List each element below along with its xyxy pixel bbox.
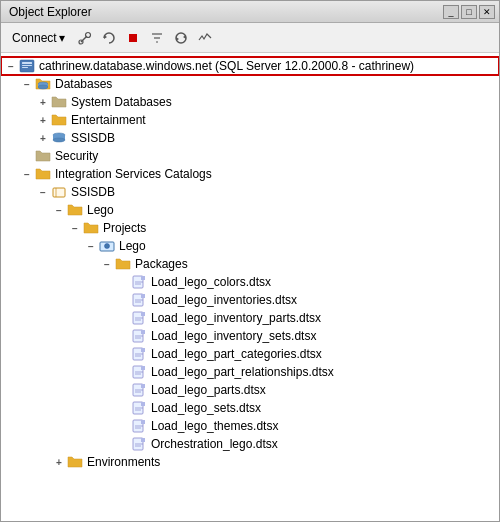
dtsx-node-pkg1[interactable]: Load_lego_colors.dtsx	[1, 273, 499, 291]
svg-marker-8	[183, 35, 186, 39]
dtsx-icon	[131, 328, 147, 344]
dtsx-node-pkg3[interactable]: Load_lego_inventory_parts.dtsx	[1, 309, 499, 327]
environments-expander[interactable]	[51, 454, 67, 470]
activity-button[interactable]	[194, 27, 216, 49]
dtsx-node-pkg9[interactable]: Load_lego_themes.dtsx	[1, 417, 499, 435]
svg-rect-41	[141, 330, 145, 334]
connect-dropdown-arrow: ▾	[59, 31, 65, 45]
dtsx-node-pkg2[interactable]: Load_lego_inventories.dtsx	[1, 291, 499, 309]
svg-marker-3	[104, 35, 107, 39]
ssisdb-db-expander[interactable]	[35, 130, 51, 146]
refresh-button[interactable]	[98, 27, 120, 49]
svg-marker-9	[176, 37, 179, 41]
dtsx-label: Load_lego_inventory_sets.dtsx	[149, 329, 316, 343]
window-controls: _ □ ✕	[443, 5, 495, 19]
integration-expander[interactable]	[19, 166, 35, 182]
disconnect-icon	[78, 31, 92, 45]
ssisdb-catalog-node[interactable]: SSISDB	[1, 183, 499, 201]
environments-label: Environments	[85, 455, 160, 469]
packages-label: Packages	[133, 257, 188, 271]
dtsx-items: Load_lego_colors.dtsx Load_lego_inventor…	[1, 273, 499, 453]
security-node[interactable]: Security	[1, 147, 499, 165]
close-button[interactable]: ✕	[479, 5, 495, 19]
integration-services-icon	[35, 166, 51, 182]
filter-icon	[150, 31, 164, 45]
dtsx-label: Load_lego_part_relationships.dtsx	[149, 365, 334, 379]
ssisdb-db-node[interactable]: SSISDB	[1, 129, 499, 147]
dtsx-node-pkg5[interactable]: Load_lego_part_categories.dtsx	[1, 345, 499, 363]
title-bar: Object Explorer _ □ ✕	[1, 1, 499, 23]
entertainment-label: Entertainment	[69, 113, 146, 127]
minimize-button[interactable]: _	[443, 5, 459, 19]
svg-point-16	[38, 85, 48, 89]
svg-rect-66	[141, 420, 145, 424]
projects-expander[interactable]	[67, 220, 83, 236]
svg-rect-20	[53, 188, 65, 197]
connect-button[interactable]: Connect ▾	[5, 27, 72, 49]
dtsx-node-pkg7[interactable]: Load_lego_parts.dtsx	[1, 381, 499, 399]
packages-icon	[115, 256, 131, 272]
svg-rect-61	[141, 402, 145, 406]
tree-container[interactable]: cathrinew.database.windows.net (SQL Serv…	[1, 53, 499, 521]
dtsx-icon	[131, 310, 147, 326]
stop-icon	[126, 31, 140, 45]
databases-expander[interactable]	[19, 76, 35, 92]
system-databases-expander[interactable]	[35, 94, 51, 110]
packages-node[interactable]: Packages	[1, 255, 499, 273]
server-node[interactable]: cathrinew.database.windows.net (SQL Serv…	[1, 57, 499, 75]
entertainment-node[interactable]: Entertainment	[1, 111, 499, 129]
entertainment-expander[interactable]	[35, 112, 51, 128]
svg-rect-71	[141, 438, 145, 442]
sync-icon	[174, 31, 188, 45]
lego-folder-expander[interactable]	[51, 202, 67, 218]
window-title: Object Explorer	[9, 5, 92, 19]
dtsx-icon	[131, 418, 147, 434]
dtsx-icon	[131, 436, 147, 452]
projects-node[interactable]: Projects	[1, 219, 499, 237]
ssisdb-expander[interactable]	[35, 184, 51, 200]
svg-rect-56	[141, 384, 145, 388]
filter-button[interactable]	[146, 27, 168, 49]
dtsx-label: Load_lego_themes.dtsx	[149, 419, 278, 433]
activity-icon	[198, 31, 212, 45]
databases-label: Databases	[53, 77, 112, 91]
lego-folder-node[interactable]: Lego	[1, 201, 499, 219]
packages-expander[interactable]	[99, 256, 115, 272]
lego-project-node[interactable]: Lego	[1, 237, 499, 255]
dtsx-label: Load_lego_parts.dtsx	[149, 383, 266, 397]
databases-node[interactable]: Databases	[1, 75, 499, 93]
disconnect-button[interactable]	[74, 27, 96, 49]
projects-label: Projects	[101, 221, 146, 235]
environments-icon	[67, 454, 83, 470]
maximize-button[interactable]: □	[461, 5, 477, 19]
server-expander[interactable]	[3, 58, 19, 74]
dtsx-node-pkg4[interactable]: Load_lego_inventory_sets.dtsx	[1, 327, 499, 345]
lego-project-expander[interactable]	[83, 238, 99, 254]
svg-rect-36	[141, 312, 145, 316]
server-icon	[19, 58, 35, 74]
integration-services-node[interactable]: Integration Services Catalogs	[1, 165, 499, 183]
svg-rect-51	[141, 366, 145, 370]
dtsx-label: Load_lego_inventories.dtsx	[149, 293, 297, 307]
stop-button[interactable]	[122, 27, 144, 49]
environments-node[interactable]: Environments	[1, 453, 499, 471]
svg-rect-13	[22, 67, 28, 68]
ssisdb-db-label: SSISDB	[69, 131, 115, 145]
dtsx-label: Load_lego_part_categories.dtsx	[149, 347, 322, 361]
databases-folder-icon	[35, 76, 51, 92]
dtsx-label: Load_lego_inventory_parts.dtsx	[149, 311, 321, 325]
projects-icon	[83, 220, 99, 236]
sync-button[interactable]	[170, 27, 192, 49]
dtsx-node-pkg6[interactable]: Load_lego_part_relationships.dtsx	[1, 363, 499, 381]
dtsx-node-pkg8[interactable]: Load_lego_sets.dtsx	[1, 399, 499, 417]
svg-point-23	[105, 244, 110, 249]
ssisdb-db-icon	[51, 130, 67, 146]
system-databases-node[interactable]: System Databases	[1, 93, 499, 111]
dtsx-icon	[131, 382, 147, 398]
integration-services-label: Integration Services Catalogs	[53, 167, 212, 181]
svg-rect-31	[141, 294, 145, 298]
dtsx-icon	[131, 364, 147, 380]
dtsx-node-pkg10[interactable]: Orchestration_lego.dtsx	[1, 435, 499, 453]
object-explorer-window: Object Explorer _ □ ✕ Connect ▾	[0, 0, 500, 522]
dtsx-icon	[131, 400, 147, 416]
